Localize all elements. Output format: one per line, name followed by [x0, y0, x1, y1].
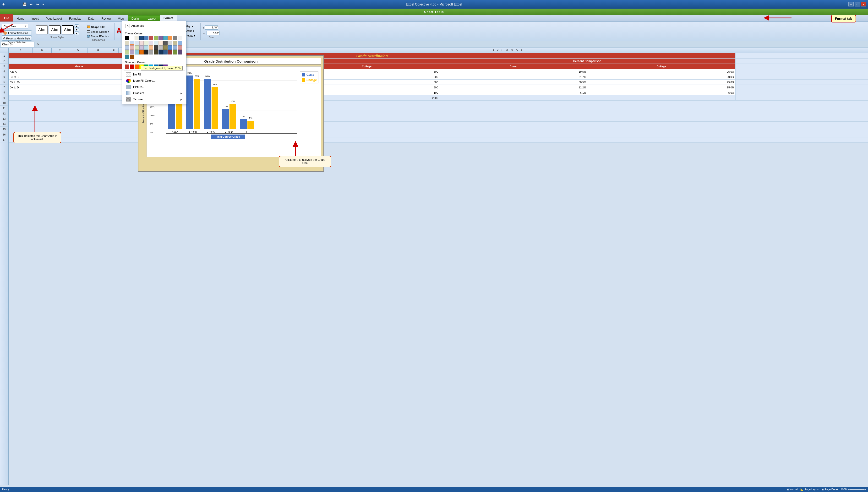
theme-color-swatch[interactable]: [168, 45, 172, 50]
col-header-A[interactable]: A: [8, 48, 32, 53]
theme-color-swatch[interactable]: [154, 36, 158, 40]
theme-color-swatch[interactable]: [168, 50, 172, 54]
quick-access-dropdown[interactable]: ▾: [41, 2, 45, 7]
college-pct-a[interactable]: 25.0%: [587, 69, 736, 74]
redo-button[interactable]: ↪: [35, 2, 40, 7]
theme-color-swatch[interactable]: [154, 50, 158, 54]
row-header-2[interactable]: 2: [0, 58, 8, 64]
theme-color-swatch[interactable]: [173, 50, 177, 54]
tab-layout[interactable]: Layout: [144, 15, 160, 22]
maximize-button[interactable]: □: [854, 2, 860, 6]
theme-color-swatch[interactable]: [177, 36, 182, 40]
tab-review[interactable]: Review: [98, 15, 114, 22]
theme-color-swatch[interactable]: [168, 36, 172, 40]
row-header-1[interactable]: 1: [0, 53, 8, 58]
tab-home[interactable]: Home: [13, 15, 28, 22]
gradient-option[interactable]: Gradient ▶: [124, 90, 185, 96]
tab-file[interactable]: File: [0, 14, 13, 22]
theme-color-swatch[interactable]: [177, 50, 182, 54]
row-header-16[interactable]: 16: [0, 132, 8, 137]
theme-color-swatch[interactable]: [163, 36, 168, 40]
col-header-B[interactable]: B: [32, 48, 52, 53]
wordart-a-red[interactable]: A: [116, 27, 121, 34]
row-header-3[interactable]: 3: [0, 64, 8, 69]
theme-color-swatch[interactable]: [144, 50, 148, 54]
tab-data[interactable]: Data: [85, 15, 98, 22]
theme-color-swatch[interactable]: [159, 41, 163, 45]
row-header-14[interactable]: 14: [0, 121, 8, 127]
row-header-5[interactable]: 5: [0, 74, 8, 79]
theme-color-swatch[interactable]: [125, 41, 129, 45]
row-header-9[interactable]: 9: [0, 95, 8, 100]
theme-color-swatch[interactable]: [125, 36, 129, 40]
save-button[interactable]: 💾: [22, 2, 27, 7]
cp-automatic[interactable]: A Automatic: [124, 23, 185, 29]
shape-style-3[interactable]: Abc: [62, 25, 74, 34]
theme-color-swatch[interactable]: [135, 50, 139, 54]
tab-page-layout[interactable]: Page Layout: [42, 15, 66, 22]
picture-option[interactable]: Picture...: [124, 84, 185, 90]
theme-color-swatch[interactable]: [163, 50, 168, 54]
tab-design[interactable]: Design: [128, 15, 144, 22]
theme-color-swatch[interactable]: [135, 36, 139, 40]
theme-color-swatch[interactable]: [144, 41, 148, 45]
row-header-12[interactable]: 12: [0, 111, 8, 116]
row-header-11[interactable]: 11: [0, 106, 8, 111]
col-header-E[interactable]: E: [88, 48, 109, 53]
shape-fill-button[interactable]: ▾ Shape Fill ▾: [87, 25, 105, 29]
theme-color-swatch[interactable]: [149, 41, 153, 45]
theme-color-swatch[interactable]: [135, 45, 139, 50]
shape-effects-button[interactable]: Shape Effects ▾: [87, 34, 109, 38]
theme-color-swatch[interactable]: [159, 50, 163, 54]
theme-color-swatch[interactable]: [130, 41, 134, 45]
theme-color-swatch[interactable]: [130, 55, 134, 59]
theme-color-swatch[interactable]: [168, 41, 172, 45]
no-fill-option[interactable]: No Fill: [124, 71, 185, 78]
theme-color-swatch[interactable]: [144, 45, 148, 50]
theme-color-swatch[interactable]: [173, 36, 177, 40]
theme-color-swatch[interactable]: [163, 41, 168, 45]
theme-color-swatch[interactable]: [139, 41, 144, 45]
col-header-F[interactable]: F: [109, 48, 119, 53]
row-header-10[interactable]: 10: [0, 100, 8, 106]
theme-color-swatch[interactable]: [130, 45, 134, 50]
theme-color-swatch[interactable]: [139, 45, 144, 50]
close-button[interactable]: ✕: [861, 2, 866, 6]
theme-color-swatch[interactable]: [159, 36, 163, 40]
height-input[interactable]: [205, 25, 218, 30]
shape-style-1[interactable]: Abc: [36, 25, 48, 34]
theme-color-swatch[interactable]: [159, 45, 163, 50]
theme-color-swatch[interactable]: [135, 41, 139, 45]
theme-color-swatch[interactable]: [149, 36, 153, 40]
minimize-button[interactable]: ─: [848, 2, 854, 6]
col-header-rest[interactable]: J K L M N O P: [147, 48, 868, 53]
theme-color-swatch[interactable]: [149, 50, 153, 54]
row-header-8[interactable]: 8: [0, 90, 8, 95]
college-pct-c[interactable]: 25.0%: [587, 79, 736, 85]
theme-color-swatch[interactable]: [139, 36, 144, 40]
theme-color-swatch[interactable]: [130, 50, 134, 54]
reset-style-button[interactable]: ↺ Reset to Match Style: [2, 36, 32, 41]
col-header-C[interactable]: C: [52, 48, 68, 53]
theme-color-swatch[interactable]: [125, 55, 129, 59]
class-pct-a[interactable]: 19.5%: [439, 69, 587, 74]
row-header-17[interactable]: 17: [0, 137, 8, 142]
theme-color-swatch[interactable]: [125, 45, 129, 50]
style-more[interactable]: ▾: [75, 32, 79, 35]
row-header-4[interactable]: 4: [0, 69, 8, 74]
theme-color-swatch[interactable]: [125, 50, 129, 54]
theme-color-swatch[interactable]: [173, 45, 177, 50]
theme-color-swatch[interactable]: [163, 45, 168, 50]
theme-color-swatch[interactable]: [177, 45, 182, 50]
shape-outline-button[interactable]: Shape Outline ▾: [87, 30, 109, 34]
title-cell[interactable]: Grade Distribution: [9, 53, 736, 58]
shape-style-2[interactable]: Abc: [49, 25, 61, 34]
col-header-D[interactable]: D: [68, 48, 88, 53]
row-header-6[interactable]: 6: [0, 79, 8, 84]
theme-color-swatch[interactable]: [154, 41, 158, 45]
college-pct-b[interactable]: 30.0%: [587, 74, 736, 79]
class-pct-d[interactable]: 12.2%: [439, 85, 587, 90]
standard-color-swatch[interactable]: [135, 65, 139, 69]
shape-fill-dropdown-arrow[interactable]: ▾: [104, 26, 105, 28]
theme-color-swatch[interactable]: [130, 36, 134, 40]
